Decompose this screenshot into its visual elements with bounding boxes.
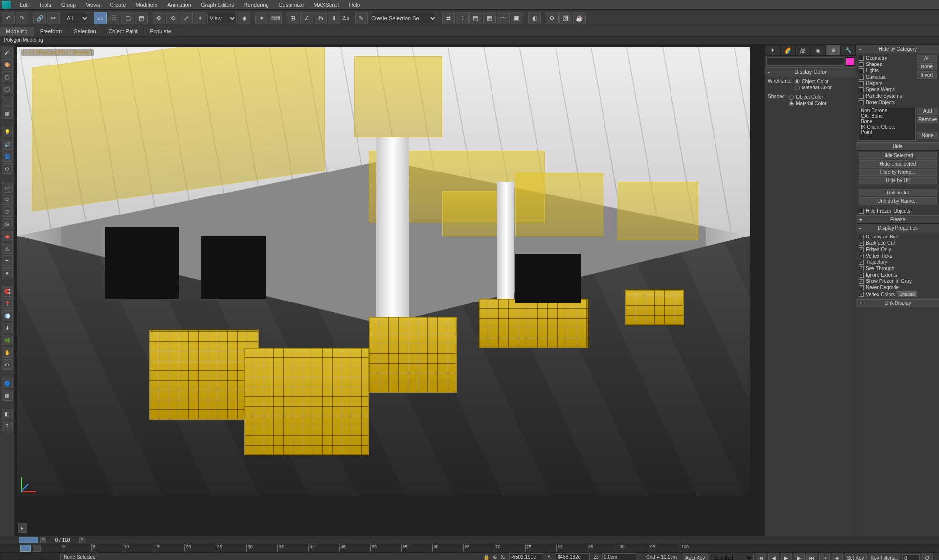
menu-tools[interactable]: Tools xyxy=(34,1,56,9)
settings-red-icon[interactable]: ⚙ xyxy=(2,163,13,174)
yellow-sphere-icon[interactable]: ● xyxy=(2,267,13,278)
angle-snap-button[interactable]: ∠ xyxy=(300,12,313,24)
list-item[interactable]: Non-Corona xyxy=(859,108,915,113)
time-slider-track[interactable]: < 0 / 100 > xyxy=(0,536,939,544)
isolate-button[interactable]: ◈ xyxy=(832,553,843,560)
cmd-tab-display[interactable]: 🖥 xyxy=(826,45,841,56)
time-slider-handle[interactable] xyxy=(19,537,38,543)
shaded-material-color-radio[interactable]: Material Color xyxy=(789,100,826,107)
grass-icon[interactable]: 🌿 xyxy=(2,335,13,345)
set-key-button[interactable]: Set Key xyxy=(845,553,867,560)
cmd-tab-motion[interactable]: ◉ xyxy=(810,45,826,56)
light-icon[interactable]: 💡 xyxy=(2,127,13,137)
window-crossing-button[interactable]: ▤ xyxy=(135,12,148,24)
use-pivot-center-button[interactable]: ◈ xyxy=(238,12,250,24)
cmd-tab-modify[interactable]: 🌈 xyxy=(780,45,795,56)
app-icon[interactable] xyxy=(2,1,11,9)
key-step-button[interactable]: ◦• xyxy=(819,553,830,560)
brush-icon[interactable]: 🖌 xyxy=(2,47,13,58)
chk-vertex-ticks[interactable]: Vertex Ticks xyxy=(859,253,937,259)
plane-icon[interactable]: ▭ xyxy=(2,182,13,193)
menu-animation[interactable]: Animation xyxy=(162,1,196,9)
next-frame-button[interactable]: ▶ xyxy=(794,553,805,560)
chk-edges-only[interactable]: Edges Only xyxy=(859,246,937,253)
chk-shapes[interactable]: Shapes xyxy=(859,61,916,67)
wind-icon[interactable]: 💨 xyxy=(2,310,13,321)
magnet-icon[interactable]: 🧲 xyxy=(2,286,13,297)
sphere-blue-icon[interactable]: 🔵 xyxy=(2,378,13,388)
maxscript-mini-listener[interactable]: Welcome to MS xyxy=(0,553,61,560)
menu-group[interactable]: Group xyxy=(56,1,81,9)
menu-maxscript[interactable]: MAXScript xyxy=(309,1,344,9)
viewcube-icon[interactable] xyxy=(716,51,746,81)
btn-hide-selected[interactable]: Hide Selected xyxy=(859,152,937,159)
swirl-icon[interactable]: 🌀 xyxy=(2,151,13,162)
pyramid-icon[interactable]: △ xyxy=(2,243,13,254)
spinner-snap-button[interactable]: ⬍ xyxy=(328,12,340,24)
btn-list-none[interactable]: None xyxy=(917,132,938,139)
rendered-frame-button[interactable]: 🖼 xyxy=(559,12,572,24)
btn-hide-unselected[interactable]: Hide Unselected xyxy=(859,160,937,168)
calendar-icon[interactable]: ▦ xyxy=(2,108,13,119)
rollout-link-display[interactable]: Link Display xyxy=(856,299,939,307)
shaded-object-color-radio[interactable]: Object Color xyxy=(789,94,826,100)
chk-display-as-box[interactable]: Display as Box xyxy=(859,234,937,240)
chk-cameras[interactable]: Cameras xyxy=(859,74,916,80)
btn-unhide-by-name[interactable]: Unhide by Name... xyxy=(859,197,937,205)
curve-editor-button[interactable]: 〰 xyxy=(497,12,510,24)
btn-cat-invert[interactable]: Invert xyxy=(917,71,937,79)
goto-start-button[interactable]: ⏮ xyxy=(756,553,766,560)
coord-z-field[interactable]: 0.0cm xyxy=(602,553,636,560)
rollout-display-properties[interactable]: Display Properties xyxy=(856,224,939,232)
layer-explorer-button[interactable]: ▤ xyxy=(470,12,482,24)
ribbon-tab-selection[interactable]: Selection xyxy=(68,27,102,36)
trackbar-toggle-button[interactable] xyxy=(33,545,41,552)
menu-create[interactable]: Create xyxy=(105,1,131,9)
key-mode-dropdown[interactable]: Selected xyxy=(710,553,754,560)
ribbon-subpanel-label[interactable]: Polygon Modeling xyxy=(0,36,939,45)
object-color-swatch[interactable] xyxy=(846,57,854,66)
rotate-button[interactable]: ⟲ xyxy=(166,12,179,24)
chk-show-frozen-gray[interactable]: Show Frozen in Gray xyxy=(859,278,937,284)
object-name-field[interactable] xyxy=(766,57,844,66)
btn-cat-all[interactable]: All xyxy=(917,55,937,62)
box-icon[interactable]: ▢ xyxy=(2,71,13,82)
cmd-tab-utilities[interactable]: 🔧 xyxy=(841,45,856,56)
rollout-hide[interactable]: Hide xyxy=(856,142,939,151)
chk-particle-systems[interactable]: Particle Systems xyxy=(859,93,916,99)
time-prev-button[interactable]: < xyxy=(40,537,46,543)
cylinder-icon[interactable]: ⬛ xyxy=(2,96,13,107)
selection-filter-dropdown[interactable]: All xyxy=(65,13,89,23)
wireframe-material-color-radio[interactable]: Material Color xyxy=(795,85,832,91)
cmd-tab-create[interactable]: ✶ xyxy=(765,45,780,56)
chk-lights[interactable]: Lights xyxy=(859,67,916,74)
coord-x-field[interactable]: -5502.191c xyxy=(509,553,543,560)
ribbon-tab-freeform[interactable]: Freeform xyxy=(34,27,68,36)
viewport[interactable]: [ + ] [ VRayCam001 ] [ Shaded ] xyxy=(17,47,750,496)
prev-frame-button[interactable]: ◀ xyxy=(768,553,779,560)
toggle-ribbon-button[interactable]: ▦ xyxy=(483,12,496,24)
select-by-name-button[interactable]: ☰ xyxy=(108,12,120,24)
snap-toggle-button[interactable]: ⊞ xyxy=(287,12,299,24)
ribbon-tab-populate[interactable]: Populate xyxy=(144,27,177,36)
cmd-tab-hierarchy[interactable]: 品 xyxy=(795,45,810,56)
named-selection-edit-button[interactable]: ✎ xyxy=(355,12,368,24)
chk-space-warps[interactable]: Space Warps xyxy=(859,86,916,93)
mini-slider-icon[interactable] xyxy=(20,545,31,552)
play-button[interactable]: ▶ xyxy=(781,553,792,560)
chk-trajectory[interactable]: Trajectory xyxy=(859,259,937,265)
list-item[interactable]: CAT Bone xyxy=(859,113,915,119)
ribbon-tab-object-paint[interactable]: Object Paint xyxy=(103,27,144,36)
palette-icon[interactable]: 🎨 xyxy=(2,59,13,70)
sphere-icon[interactable]: ◯ xyxy=(2,84,13,94)
select-object-button[interactable]: ▭ xyxy=(94,12,107,24)
render-setup-button[interactable]: ⚙ xyxy=(546,12,559,24)
redo-button[interactable]: ↷ xyxy=(16,12,28,24)
rollout-hide-by-category[interactable]: Hide by Category xyxy=(856,45,939,53)
ellipse-icon[interactable]: ⬭ xyxy=(2,194,13,205)
pin-icon[interactable]: 📍 xyxy=(2,298,13,309)
menu-modifiers[interactable]: Modifiers xyxy=(131,1,162,9)
time-config-button[interactable]: ⏱ xyxy=(922,553,933,560)
menu-rendering[interactable]: Rendering xyxy=(239,1,274,9)
move-button[interactable]: ✥ xyxy=(153,12,165,24)
